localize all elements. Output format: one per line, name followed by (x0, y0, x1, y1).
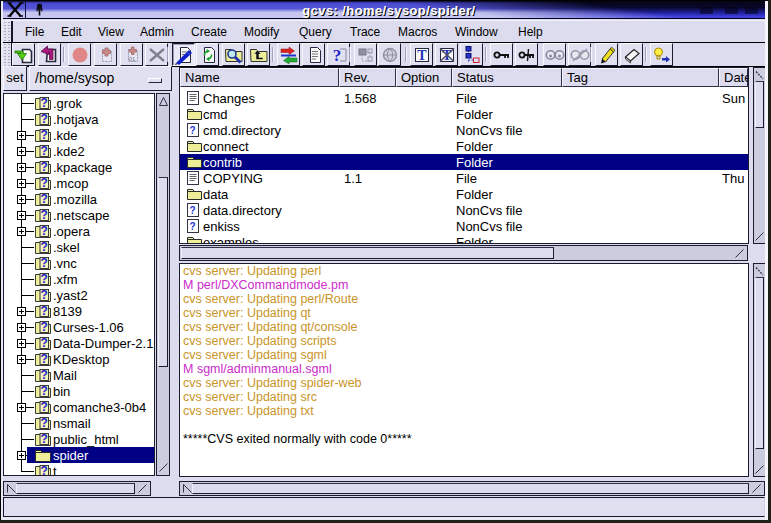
svg-text:?: ? (41, 384, 48, 398)
svg-text:?: ? (41, 288, 48, 302)
svg-text:?: ? (41, 304, 48, 318)
svg-text:?: ? (41, 368, 48, 382)
svg-text:?: ? (41, 272, 48, 286)
svg-text:?: ? (41, 256, 48, 270)
svg-text:?: ? (41, 112, 48, 126)
svg-text:?: ? (41, 352, 48, 366)
svg-text:?: ? (41, 96, 48, 110)
svg-text:?: ? (189, 221, 195, 232)
svg-text:?: ? (41, 160, 48, 174)
svg-text:?: ? (41, 432, 48, 446)
svg-text:?: ? (41, 128, 48, 142)
svg-text:01: 01 (129, 56, 136, 62)
svg-text:?: ? (41, 336, 48, 350)
svg-text:?: ? (41, 320, 48, 334)
svg-text:?: ? (41, 400, 48, 414)
svg-text:?: ? (41, 240, 48, 254)
svg-text:?: ? (41, 192, 48, 206)
svg-text:?: ? (41, 464, 48, 476)
svg-text:?: ? (41, 144, 48, 158)
svg-text:?: ? (189, 205, 195, 216)
svg-text:?: ? (41, 224, 48, 238)
svg-text:?: ? (189, 125, 195, 136)
svg-text:T: T (417, 48, 427, 63)
svg-text:?: ? (41, 176, 48, 190)
svg-text:?: ? (41, 416, 48, 430)
svg-text:?: ? (41, 208, 48, 222)
svg-text:?: ? (333, 46, 342, 65)
